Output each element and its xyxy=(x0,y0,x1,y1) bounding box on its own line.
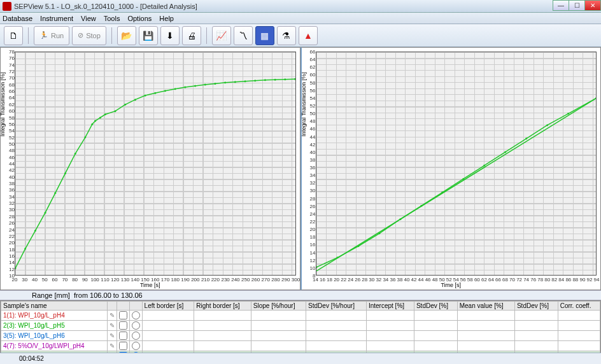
range-bar: Range [mm] from 106.00 to 130.06 xyxy=(0,290,601,300)
toolbar: 🗋 🏃 Run ⊘ Stop 📂 💾 ⬇ 🖨 📈 〽 ▦ ⚗ ▲ xyxy=(0,24,601,47)
svg-point-19 xyxy=(184,87,186,88)
col-header[interactable] xyxy=(107,302,117,311)
svg-point-27 xyxy=(264,79,266,81)
chart-mode-4-button[interactable]: ⚗ xyxy=(277,26,296,45)
range-text: from 106.00 to 130.06 xyxy=(74,291,143,299)
table-row[interactable]: 1(1): WPI_10g/L_pH4✎ xyxy=(1,311,600,321)
run-button[interactable]: 🏃 Run xyxy=(34,26,69,45)
col-header[interactable]: Mean value [%] xyxy=(457,302,514,311)
svg-point-22 xyxy=(214,83,216,85)
svg-point-20 xyxy=(194,85,196,87)
menu-tools[interactable]: Tools xyxy=(104,15,120,22)
menu-database[interactable]: Database xyxy=(3,15,32,22)
export-button[interactable]: ⬇ xyxy=(160,26,180,45)
svg-point-16 xyxy=(154,92,156,94)
grid-icon: ▦ xyxy=(260,31,269,41)
svg-point-10 xyxy=(99,116,101,118)
col-header[interactable]: StdDev [%] xyxy=(414,302,457,311)
col-header[interactable]: StdDev [%] xyxy=(514,302,558,311)
svg-point-14 xyxy=(134,99,136,101)
minimize-button[interactable]: — xyxy=(553,0,569,11)
col-header[interactable]: StdDev [%/hour] xyxy=(306,302,367,311)
svg-point-24 xyxy=(234,81,236,83)
chart-mode-2-button[interactable]: 〽 xyxy=(234,26,253,45)
row-radio[interactable] xyxy=(132,332,140,340)
chart-left[interactable]: 1012141618202224262830323436384042444648… xyxy=(0,47,300,290)
svg-point-17 xyxy=(164,90,166,92)
chart-right-xlabel: Time [s] xyxy=(441,282,461,288)
col-header[interactable]: Sample's name xyxy=(1,302,108,311)
svg-point-29 xyxy=(284,78,286,80)
row-checkbox[interactable] xyxy=(119,311,127,319)
row-checkbox[interactable] xyxy=(119,321,127,330)
svg-point-36 xyxy=(420,205,422,207)
chart-mode-3-button[interactable]: ▦ xyxy=(255,26,274,45)
chart-right[interactable]: 8101214161820222426283032343638404244464… xyxy=(300,47,602,290)
svg-point-18 xyxy=(174,88,176,90)
menu-options[interactable]: Options xyxy=(127,15,152,22)
range-label: Range [mm] xyxy=(32,291,70,299)
svg-point-4 xyxy=(54,192,56,194)
svg-point-5 xyxy=(64,172,66,174)
svg-point-3 xyxy=(45,212,46,214)
table-row[interactable]: 4(7): 5%O/V_10g/LWPI_pH4✎ xyxy=(1,341,600,351)
svg-point-9 xyxy=(94,120,96,122)
svg-point-35 xyxy=(399,218,401,220)
chart-mode-1-button[interactable]: 📈 xyxy=(212,26,231,45)
menu-view[interactable]: View xyxy=(81,15,96,22)
window-title: SEPView 5.1 - LO_sk.0_120410_1000 - [Det… xyxy=(14,3,197,10)
save-button[interactable]: 💾 xyxy=(139,26,158,45)
col-header[interactable] xyxy=(129,302,142,311)
row-radio[interactable] xyxy=(132,321,140,330)
svg-point-13 xyxy=(124,104,126,106)
svg-point-23 xyxy=(224,81,226,83)
chart-mode-5-button[interactable]: ▲ xyxy=(299,26,318,45)
chart-curves-icon: 〽 xyxy=(239,31,248,41)
row-checkbox[interactable] xyxy=(119,342,127,350)
window-controls: — ☐ ✕ xyxy=(553,0,601,11)
svg-point-28 xyxy=(274,79,276,81)
col-header[interactable]: Corr. coeff. xyxy=(558,302,600,311)
col-header[interactable]: Slope [%/hour] xyxy=(251,302,306,311)
col-header[interactable]: Left border [s] xyxy=(142,302,194,311)
row-radio[interactable] xyxy=(132,311,140,319)
peak-icon: ▲ xyxy=(304,31,313,41)
svg-point-12 xyxy=(114,110,116,112)
new-button[interactable]: 🗋 xyxy=(4,26,23,45)
col-header[interactable]: Intercept [%] xyxy=(366,302,414,311)
statusbar: 00:04:52 xyxy=(0,353,601,364)
svg-point-43 xyxy=(567,113,569,115)
row-checkbox[interactable] xyxy=(119,332,127,340)
menu-instrument[interactable]: Instrument xyxy=(40,15,73,22)
app-icon xyxy=(3,2,11,11)
table-row[interactable]: 3(5): WPI_10g/L_pH6✎ xyxy=(1,331,600,341)
col-header[interactable]: Right border [s] xyxy=(194,302,251,311)
svg-point-33 xyxy=(357,245,359,247)
svg-point-30 xyxy=(294,78,295,80)
svg-point-37 xyxy=(441,192,443,193)
svg-point-40 xyxy=(504,151,506,153)
svg-point-21 xyxy=(204,83,206,85)
col-header[interactable] xyxy=(117,302,129,311)
svg-point-2 xyxy=(34,230,36,232)
titlebar: SEPView 5.1 - LO_sk.0_120410_1000 - [Det… xyxy=(0,0,601,13)
svg-point-41 xyxy=(525,137,527,139)
stop-button[interactable]: ⊘ Stop xyxy=(72,26,106,45)
svg-point-42 xyxy=(546,124,548,126)
svg-point-15 xyxy=(145,94,146,96)
chart-right-ylabel: Integral Transmission [%] xyxy=(300,72,307,136)
svg-point-1 xyxy=(24,248,26,249)
chart-area: 1012141618202224262830323436384042444648… xyxy=(0,47,601,290)
svg-point-11 xyxy=(104,113,106,115)
close-button[interactable]: ✕ xyxy=(584,0,601,11)
maximize-button[interactable]: ☐ xyxy=(569,0,585,11)
print-button[interactable]: 🖨 xyxy=(182,26,201,45)
menu-help[interactable]: Help xyxy=(159,15,174,22)
svg-point-6 xyxy=(74,153,76,155)
row-radio[interactable] xyxy=(132,342,140,350)
menubar: Database Instrument View Tools Options H… xyxy=(0,13,601,24)
open-button[interactable]: 📂 xyxy=(117,26,136,45)
chart-line-icon: 📈 xyxy=(216,31,227,41)
chart-left-xlabel: Time [s] xyxy=(140,282,160,288)
table-row[interactable]: 2(3): WPI_10g/L_pH5✎ xyxy=(1,321,600,331)
